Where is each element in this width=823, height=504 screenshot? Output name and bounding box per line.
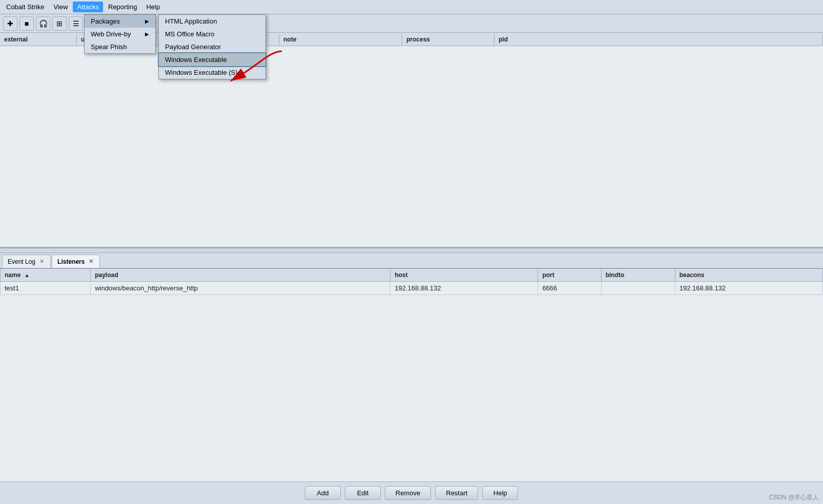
add-button[interactable]: Add xyxy=(305,486,341,500)
tab-event-log[interactable]: Event Log ✕ xyxy=(2,255,51,268)
th-port[interactable]: port xyxy=(538,269,601,282)
bottom-panel: Event Log ✕ Listeners ✕ name ▲ payload h… xyxy=(0,253,823,504)
toolbar-add-btn[interactable]: ✚ xyxy=(3,16,17,31)
th-name[interactable]: name ▲ xyxy=(1,269,91,282)
menubar-reporting[interactable]: Reporting xyxy=(104,2,141,12)
toolbar-stop-btn[interactable]: ■ xyxy=(19,16,34,31)
cell-name: test1 xyxy=(1,282,91,295)
edit-button[interactable]: Edit xyxy=(345,486,381,500)
menu-item-windows-executable[interactable]: Windows Executable xyxy=(159,53,265,66)
th-bindto[interactable]: bindto xyxy=(601,269,675,282)
tab-event-log-close[interactable]: ✕ xyxy=(38,258,45,265)
menu-item-payload-generator[interactable]: Payload Generator xyxy=(159,40,265,53)
toolbar-grid-btn[interactable]: ⊞ xyxy=(52,16,67,31)
menu-item-ms-office-macro[interactable]: MS Office Macro xyxy=(159,28,265,40)
th-host[interactable]: host xyxy=(390,269,538,282)
toolbar-headphones-btn[interactable]: 🎧 xyxy=(36,16,50,31)
listeners-table-container: name ▲ payload host port bindto beacons … xyxy=(0,268,823,481)
menubar-cobalt-strike[interactable]: Cobalt Strike xyxy=(2,2,48,12)
tab-event-log-label: Event Log xyxy=(8,258,35,265)
resize-dots: · · · · · · xyxy=(400,248,423,253)
col-process-header: process xyxy=(402,34,495,45)
main-area: external user computer note process pid xyxy=(0,33,823,248)
menu-item-html-application[interactable]: HTML Application xyxy=(159,15,265,28)
menubar-view[interactable]: View xyxy=(49,2,72,12)
th-payload[interactable]: payload xyxy=(91,269,390,282)
watermark: CSDN @开心星人 xyxy=(769,493,819,502)
cell-bindto xyxy=(601,282,675,295)
tab-listeners-label: Listeners xyxy=(57,258,85,265)
tab-listeners[interactable]: Listeners ✕ xyxy=(52,255,100,268)
menubar-help[interactable]: Help xyxy=(142,2,164,12)
restart-button[interactable]: Restart xyxy=(435,486,478,500)
resize-handle[interactable]: · · · · · · xyxy=(0,248,823,253)
menubar-attacks[interactable]: Attacks xyxy=(73,2,103,12)
col-pid-header: pid xyxy=(495,34,823,45)
tab-bar: Event Log ✕ Listeners ✕ xyxy=(0,253,823,268)
toolbar-menu-btn[interactable]: ☰ xyxy=(69,16,83,31)
cell-beacons: 192.168.88.132 xyxy=(675,282,822,295)
col-external-header: external xyxy=(0,34,77,45)
table-row[interactable]: test1 windows/beacon_http/reverse_http 1… xyxy=(1,282,823,295)
sort-arrow-name: ▲ xyxy=(25,272,30,278)
attacks-menu[interactable]: Packages Web Drive-by Spear Phish xyxy=(84,14,156,54)
remove-button[interactable]: Remove xyxy=(385,486,431,500)
packages-submenu[interactable]: HTML Application MS Office Macro Payload… xyxy=(158,14,266,79)
cell-payload: windows/beacon_http/reverse_http xyxy=(91,282,390,295)
menu-item-packages[interactable]: Packages xyxy=(85,15,155,28)
help-button[interactable]: Help xyxy=(482,486,518,500)
listeners-table: name ▲ payload host port bindto beacons … xyxy=(0,268,823,295)
menubar: Cobalt Strike View Attacks Reporting Hel… xyxy=(0,0,823,14)
col-note-header: note xyxy=(279,34,402,45)
cell-host: 192.168.88.132 xyxy=(390,282,538,295)
th-beacons[interactable]: beacons xyxy=(675,269,822,282)
tab-listeners-close[interactable]: ✕ xyxy=(88,258,94,265)
button-bar: Add Edit Remove Restart Help xyxy=(0,481,823,504)
menu-item-web-drive-by[interactable]: Web Drive-by xyxy=(85,28,155,40)
menu-item-spear-phish[interactable]: Spear Phish xyxy=(85,40,155,53)
cell-port: 6666 xyxy=(538,282,601,295)
menu-item-windows-executable-s[interactable]: Windows Executable (S) xyxy=(159,66,265,79)
